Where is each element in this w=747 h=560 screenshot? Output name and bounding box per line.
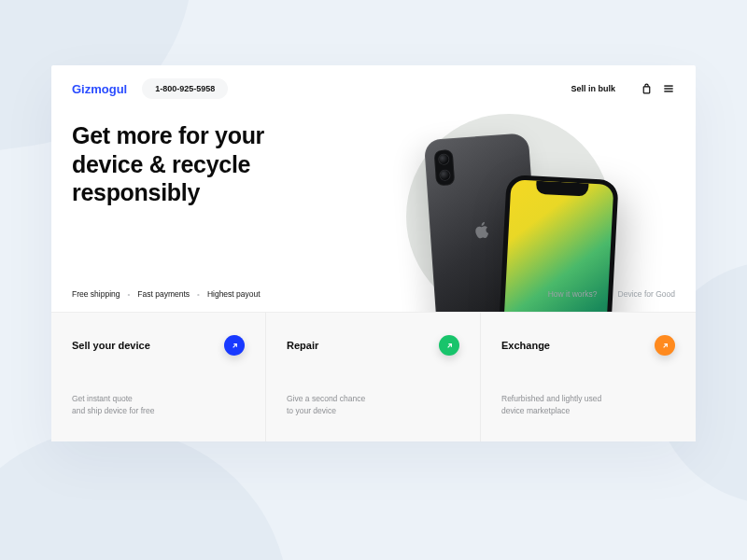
tile-title: Repair [287,340,318,351]
feature-item: Fast payments [137,289,190,299]
action-tiles: Sell your device Get instant quote and s… [51,312,696,441]
hero-title: Get more for your device & recycle respo… [72,121,333,207]
tile-description: Get instant quote and ship device for fr… [72,393,245,417]
arrow-icon[interactable] [439,335,459,356]
tile-repair[interactable]: Repair Give a second chance to your devi… [266,313,481,441]
how-it-works-link[interactable]: How it works? [548,289,598,299]
menu-icon[interactable] [662,82,675,95]
arrow-icon[interactable] [224,335,245,356]
hero-section: Get more for your device & recycle respo… [51,108,696,312]
hero-features: Free shipping • Fast payments • Highest … [72,289,261,299]
tile-description: Give a second chance to your device [287,393,459,417]
separator-dot: • [197,290,200,299]
main-card: Gizmogul 1-800-925-5958 Sell in bulk [51,65,696,441]
feature-item: Free shipping [72,289,120,299]
tile-exchange[interactable]: Exchange Refurbished and lightly used de… [481,313,696,441]
sell-in-bulk-link[interactable]: Sell in bulk [571,84,615,93]
arrow-icon[interactable] [655,335,675,356]
header: Gizmogul 1-800-925-5958 Sell in bulk [51,65,696,108]
phone-number-button[interactable]: 1-800-925-5958 [142,78,228,99]
tile-title: Exchange [501,340,550,351]
tile-description: Refurbished and lightly used device mark… [501,393,675,417]
tile-title: Sell your device [72,340,150,351]
cart-icon[interactable] [640,82,653,95]
hero-secondary-links: How it works? Device for Good [548,289,675,299]
apple-logo-icon [472,217,493,241]
feature-item: Highest payout [207,289,261,299]
logo[interactable]: Gizmogul [72,82,127,96]
tile-sell[interactable]: Sell your device Get instant quote and s… [51,313,266,441]
separator-dot: • [128,290,131,299]
svg-rect-0 [643,86,650,92]
device-for-good-link[interactable]: Device for Good [618,289,675,299]
